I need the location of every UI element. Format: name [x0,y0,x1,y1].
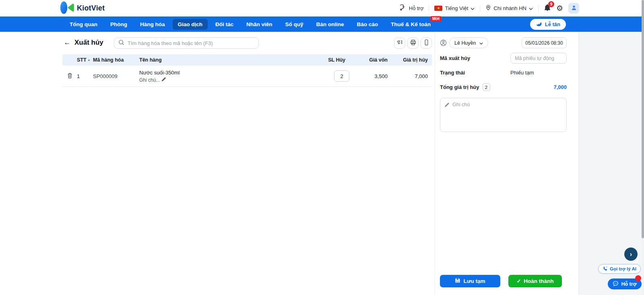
creator-name: Lê Huyền [454,40,476,46]
header-cost[interactable]: Giá vốn [349,57,392,63]
brand-name: KiotViet [77,4,105,12]
row-value: 7,000 [392,73,432,79]
note-textarea[interactable] [440,98,567,132]
pencil-icon [444,102,449,109]
nav-item-bao-cao[interactable]: Báo cáo [352,19,384,30]
settings-button[interactable]: ⚙ [556,4,563,12]
user-icon [571,4,577,12]
nav-item-ban-online[interactable]: Bán online [311,19,349,30]
phone-call-icon [603,266,608,272]
reception-label: Lễ tân [545,21,560,27]
nav-item-nhan-vien[interactable]: Nhân viên [241,19,278,30]
kiotviet-logo[interactable]: KiotViet [60,0,105,17]
content-area: ← Xuất hủy [0,32,642,295]
row-cost: 3,500 [349,73,392,79]
notifications-button[interactable]: 9 [544,4,551,13]
support-menu-label: Hỗ trợ [409,5,424,11]
reception-button[interactable]: Lễ tân [530,19,566,30]
form-actions: Lưu tạm ✓ Hoàn thành [440,275,567,287]
vietnam-flag-icon: ★ [434,6,442,11]
header-code[interactable]: Mã hàng hóa [93,57,139,63]
topbar: KiotViet Hỗ trợ ★ Tiếng Việt [0,0,642,17]
save-draft-button[interactable]: Lưu tạm [440,275,500,287]
complete-button[interactable]: ✓ Hoàn thành [508,275,562,287]
chevron-down-icon [471,5,475,11]
branch-selector[interactable]: Chi nhánh HN [485,4,533,12]
qty-input[interactable] [334,70,349,82]
table-header: STT▲ Mã hàng hóa Tên hàng SL Hủy Giá vốn… [62,54,432,66]
nav-item-so-quy[interactable]: Sổ quỹ [280,19,309,30]
delete-row-button[interactable] [62,72,77,80]
total-value: 7,000 [553,84,567,90]
toolbar [394,37,432,49]
user-avatar[interactable] [568,3,579,14]
complete-label: Hoàn thành [524,278,553,284]
nav-item-doi-tac[interactable]: Đối tác [210,19,239,30]
new-badge: Mới [430,16,442,22]
header-qty[interactable]: SL Hủy [289,57,349,63]
trash-icon [67,72,73,80]
nav-item-phong[interactable]: Phòng [105,19,132,30]
chevron-down-icon [479,40,483,46]
check-icon: ✓ [516,278,521,284]
product-search[interactable] [114,37,259,49]
code-row: Mã xuất hủy [440,53,567,64]
person-circle-icon [440,39,447,46]
destroy-items-table: STT▲ Mã hàng hóa Tên hàng SL Hủy Giá vốn… [62,54,432,87]
pencil-icon [161,77,166,83]
row-qty-cell [289,70,349,82]
total-label: Tổng giá trị hủy [440,84,479,90]
destroy-form-panel: Lê Huyền 05/01/2026 08:30 Mã xuất hủy Tr… [435,32,578,295]
nav-item-thue-ke-toan[interactable]: Thuế & Kế toán Mới [386,19,436,30]
header-value[interactable]: Giá trị hủy [392,57,432,63]
nav-item-hang-hoa[interactable]: Hàng hóa [135,19,170,30]
language-label: Tiếng Việt [445,5,468,11]
row-product-code: SP000009 [93,73,139,79]
main-navbar: Tổng quan Phòng Hàng hóa Giao dịch Đối t… [0,17,642,32]
support-chat-label: Hỗ trợ [621,281,636,287]
code-label: Mã xuất hủy [440,55,470,61]
creator-dropdown[interactable]: Lê Huyền [449,37,488,48]
search-input[interactable] [128,40,254,46]
row-product-name: Nước suối-350ml [139,70,289,76]
nav-item-tong-quan[interactable]: Tổng quan [64,19,103,30]
page-scrollbar[interactable] [642,0,644,295]
ai-call-label: Gọi trợ lý AI [610,266,636,271]
kiotviet-logo-icon [60,1,74,16]
nav-item-giao-dich[interactable]: Giao dịch [173,19,208,30]
total-qty-badge: 2 [483,83,490,91]
topbar-right: Hỗ trợ ★ Tiếng Việt Chi nhánh HN [400,0,579,17]
mobile-button[interactable] [421,37,432,49]
row-note-button[interactable]: Ghi chú... [139,77,289,83]
scrollbar-thumb[interactable] [642,0,644,238]
reception-dove-icon [536,21,543,28]
save-draft-label: Lưu tạm [463,278,485,284]
print-button[interactable] [407,37,419,49]
nav-item-label: Thuế & Kế toán [391,21,431,27]
support-menu[interactable]: Hỗ trợ [400,4,424,12]
header-name[interactable]: Tên hàng [139,57,289,63]
chat-widget-toggle[interactable]: › [624,248,638,261]
note-field-wrap [440,98,567,132]
topbar-divider [538,5,539,12]
branch-label: Chi nhánh HN [493,5,526,11]
help-bubble-icon [400,4,407,12]
topbar-divider [480,5,480,12]
header-stt[interactable]: STT▲ [77,57,93,63]
kiotviet-app: KiotViet Hỗ trợ ★ Tiếng Việt [0,0,644,295]
back-button[interactable]: ← [63,39,71,47]
datetime-picker[interactable]: 05/01/2026 08:30 [522,37,567,48]
language-selector[interactable]: ★ Tiếng Việt [434,5,475,11]
page-title: Xuất hủy [74,39,103,47]
printer-icon [410,39,417,47]
destroy-code-input[interactable] [510,53,567,64]
location-pin-icon [485,4,491,12]
back-arrow-icon: ← [64,39,71,47]
ai-assistant-call-button[interactable]: Gọi trợ lý AI [598,264,641,274]
row-note-label: Ghi chú... [139,77,160,83]
search-icon [118,39,124,47]
support-notification-dot [635,275,641,281]
barcode-scanner-button[interactable] [394,37,405,49]
table-row: 1 SP000009 Nước suối-350ml Ghi chú... 3,… [62,66,432,87]
chevron-right-icon: › [630,251,632,258]
